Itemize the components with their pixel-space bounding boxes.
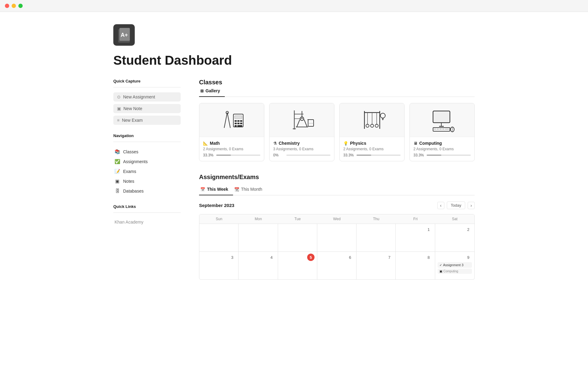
tab-this-month[interactable]: 📆 This Month xyxy=(233,184,267,195)
classes-section: Classes ⊞ Gallery xyxy=(199,79,475,161)
chemistry-card-image xyxy=(270,103,334,137)
calendar-next-button[interactable]: › xyxy=(468,202,475,209)
svg-rect-14 xyxy=(235,125,237,127)
cal-cell-sep9[interactable]: 9 ✓ Assignment 3 ▣ Computing xyxy=(435,252,474,279)
classes-grid: 📐 Math 2 Assignments, 0 Exams 33.3% xyxy=(199,103,475,161)
maximize-button[interactable] xyxy=(18,4,23,8)
math-progress-fill xyxy=(216,155,231,156)
cal-event-assignment3[interactable]: ✓ Assignment 3 xyxy=(438,262,472,268)
sidebar-divider-1 xyxy=(113,87,181,87)
khan-academy-link[interactable]: Khan Academy xyxy=(113,218,181,226)
svg-rect-42 xyxy=(434,112,449,122)
physics-progress-row: 33.3% xyxy=(343,153,401,157)
day-label-sat: Sat xyxy=(435,214,474,224)
sidebar-item-exams[interactable]: 📝 Exams xyxy=(113,167,181,176)
math-class-icon: 📐 xyxy=(203,141,208,146)
calendar-month-label: September 2023 xyxy=(199,203,234,208)
sidebar-item-classes[interactable]: 📚 Classes xyxy=(113,147,181,157)
svg-rect-9 xyxy=(237,120,239,122)
this-week-label: This Week xyxy=(207,187,228,192)
main-layout: Quick Capture ⊙ New Assignment ▣ New Not… xyxy=(113,79,475,280)
day-label-mon: Mon xyxy=(239,214,278,224)
math-card-body: 📐 Math 2 Assignments, 0 Exams 33.3% xyxy=(199,137,264,161)
tab-this-week[interactable]: 📅 This Week xyxy=(199,184,233,195)
svg-text:A+: A+ xyxy=(121,32,128,38)
svg-rect-8 xyxy=(235,120,237,122)
minimize-button[interactable] xyxy=(12,4,16,8)
cal-date-6: 6 xyxy=(320,254,354,261)
cal-date-4: 4 xyxy=(241,254,275,261)
physics-stats: 2 Assignments, 0 Exams xyxy=(343,147,401,151)
assignment-check-icon: ✓ xyxy=(439,263,442,267)
sidebar-item-databases[interactable]: 🗄 Databases xyxy=(113,186,181,196)
date-num-6: 6 xyxy=(346,254,354,261)
class-card-computing[interactable]: 🖥 Computing 2 Assignments, 0 Exams 33.3% xyxy=(409,103,475,161)
sidebar-item-notes[interactable]: ▣ Notes xyxy=(113,176,181,186)
sidebar-item-assignments[interactable]: ✅ Assignments xyxy=(113,157,181,167)
new-exam-button[interactable]: ≡ New Exam xyxy=(113,116,181,125)
assignments-tabs: 📅 This Week 📆 This Month xyxy=(199,184,475,195)
new-exam-icon: ≡ xyxy=(117,118,119,123)
chemistry-progress-bar xyxy=(286,155,330,156)
math-card-name: 📐 Math xyxy=(203,141,260,146)
app-icon: A+ xyxy=(113,24,135,46)
new-note-icon: ▣ xyxy=(117,106,121,111)
new-assignment-label: New Assignment xyxy=(123,94,155,99)
classes-tabs: ⊞ Gallery xyxy=(199,86,475,97)
sidebar: Quick Capture ⊙ New Assignment ▣ New Not… xyxy=(113,79,181,226)
new-note-button[interactable]: ▣ New Note xyxy=(113,104,181,113)
chemistry-percent: 0% xyxy=(273,153,284,157)
exams-nav-label: Exams xyxy=(123,169,136,174)
physics-progress-bar xyxy=(356,155,401,156)
physics-class-icon: 💡 xyxy=(343,141,348,146)
calendar-today-button[interactable]: Today xyxy=(447,201,466,209)
svg-line-18 xyxy=(297,120,300,127)
chemistry-stats: 3 Assignments, 0 Exams xyxy=(273,147,330,151)
svg-rect-48 xyxy=(439,128,442,130)
classes-section-title: Classes xyxy=(199,79,475,86)
computing-progress-fill xyxy=(427,155,441,156)
computing-card-image xyxy=(410,103,474,137)
classes-icon: 📚 xyxy=(115,149,120,155)
class-card-physics[interactable]: 💡 Physics 2 Assignments, 0 Exams 33.3% xyxy=(339,103,405,161)
svg-point-37 xyxy=(380,113,385,118)
calendar-prev-button[interactable]: ‹ xyxy=(437,202,444,209)
computing-stats: 2 Assignments, 0 Exams xyxy=(413,147,471,151)
math-progress-row: 33.3% xyxy=(203,153,260,157)
cal-event-computing[interactable]: ▣ Computing xyxy=(438,269,472,274)
cal-cell-empty-3 xyxy=(278,224,317,251)
computing-event-icon: ▣ xyxy=(439,270,442,273)
day-label-thu: Thu xyxy=(356,214,396,224)
physics-card-name: 💡 Physics xyxy=(343,141,401,146)
physics-percent: 33.3% xyxy=(343,153,354,157)
math-progress-bar xyxy=(216,155,260,156)
svg-rect-21 xyxy=(308,120,314,126)
svg-rect-12 xyxy=(237,123,239,124)
cal-date-1: 1 xyxy=(398,226,432,233)
day-label-wed: Wed xyxy=(317,214,356,224)
new-note-label: New Note xyxy=(123,106,142,111)
class-card-chemistry[interactable]: ⚗ Chemistry 3 Assignments, 0 Exams 0% xyxy=(269,103,334,161)
notes-nav-label: Notes xyxy=(123,179,134,184)
calendar-header: September 2023 ‹ Today › xyxy=(199,201,475,209)
tab-gallery[interactable]: ⊞ Gallery xyxy=(199,86,225,97)
math-card-image xyxy=(199,103,264,137)
class-card-math[interactable]: 📐 Math 2 Assignments, 0 Exams 33.3% xyxy=(199,103,264,161)
titlebar xyxy=(0,0,588,12)
cal-date-7: 7 xyxy=(359,254,393,261)
math-percent: 33.3% xyxy=(203,153,214,157)
computing-progress-bar xyxy=(427,155,471,156)
physics-card-image xyxy=(340,103,404,137)
cal-cell-sep5: 5 xyxy=(278,252,317,279)
date-num-2: 2 xyxy=(465,226,472,233)
cal-cell-empty-1 xyxy=(199,224,239,251)
calendar-navigation: ‹ Today › xyxy=(437,201,475,209)
date-num-8: 8 xyxy=(425,254,432,261)
date-num-1: 1 xyxy=(425,226,432,233)
close-button[interactable] xyxy=(5,4,9,8)
computing-class-icon: 🖥 xyxy=(413,141,417,146)
new-assignment-button[interactable]: ⊙ New Assignment xyxy=(113,92,181,102)
calendar-week-2: 3 4 5 xyxy=(199,252,474,279)
computing-progress-row: 33.3% xyxy=(413,153,471,157)
math-stats: 2 Assignments, 0 Exams xyxy=(203,147,260,151)
